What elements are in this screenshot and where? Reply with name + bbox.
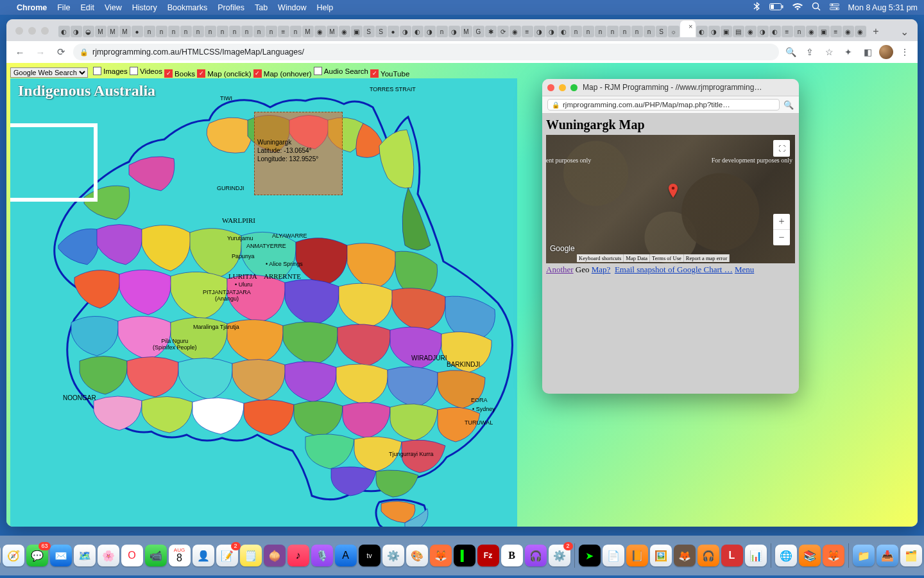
browser-tab[interactable]: ◑ <box>534 26 545 37</box>
browser-tab[interactable]: S <box>656 26 667 37</box>
browser-tab[interactable]: ◉ <box>843 26 854 37</box>
browser-tab[interactable]: n <box>229 26 241 37</box>
browser-tab[interactable]: ☼ <box>668 26 680 37</box>
dock-safari[interactable]: 🧭 <box>3 545 24 566</box>
browser-tab[interactable]: n <box>180 26 192 37</box>
address-bar[interactable]: 🔒 rjmprogramming.com.au/HTMLCSS/ImageMap… <box>73 44 779 60</box>
map-footer-report[interactable]: Report a map error <box>684 254 730 262</box>
browser-tab[interactable]: ◐ <box>58 26 70 37</box>
map-footer-data[interactable]: Map Data <box>624 254 650 262</box>
browser-tab[interactable]: ◐ <box>558 26 570 37</box>
browser-tab[interactable]: n <box>794 26 805 37</box>
menu-help[interactable]: Help <box>317 3 334 12</box>
dock-podcasts[interactable]: 🎙️ <box>311 545 333 566</box>
menu-file[interactable]: File <box>57 3 70 12</box>
popup-search-icon[interactable]: 🔍 <box>783 100 794 110</box>
menu-tab[interactable]: Tab <box>255 3 268 12</box>
dock-books[interactable]: 📚 <box>799 545 821 566</box>
dock-b-app[interactable]: B <box>501 545 523 566</box>
dock-preview[interactable]: 🖼️ <box>650 545 672 566</box>
browser-tab-active[interactable] <box>680 21 696 37</box>
wifi-icon[interactable] <box>792 3 803 12</box>
browser-tab[interactable]: ◑ <box>708 26 720 37</box>
app-menu[interactable]: Chrome <box>17 3 47 12</box>
browser-tab[interactable]: M <box>95 26 107 37</box>
browser-tab[interactable]: n <box>217 26 228 37</box>
browser-tab[interactable]: n <box>583 26 594 37</box>
back-button[interactable]: ← <box>12 44 28 60</box>
checkbox-map-onclick-[interactable]: Map (onclick) <box>197 69 251 78</box>
dock-tv[interactable]: tv <box>359 545 381 566</box>
browser-tab[interactable]: ▤ <box>733 26 744 37</box>
dock-launchpad[interactable]: ⊞ <box>0 545 1 566</box>
browser-tab[interactable]: ◉ <box>806 26 817 37</box>
browser-tab[interactable]: n <box>619 26 631 37</box>
menubar-clock[interactable]: Mon 8 Aug 5:31 pm <box>848 3 918 12</box>
zoom-icon[interactable]: 🔍 <box>783 44 798 60</box>
dock-audio[interactable]: 🎧 <box>697 545 719 566</box>
browser-tab[interactable]: M <box>107 26 119 37</box>
browser-tab[interactable]: ◐ <box>696 26 708 37</box>
indigenous-australia-map[interactable]: Indigenous Australia <box>10 78 517 527</box>
checkbox-audio-search[interactable]: Audio Search <box>314 67 368 75</box>
browser-tab[interactable]: n <box>436 26 448 37</box>
forward-button[interactable]: → <box>32 44 49 60</box>
zoom-out-button[interactable]: − <box>773 230 790 245</box>
bluetooth-icon[interactable] <box>753 2 760 13</box>
map-footer-terms[interactable]: Terms of Use <box>650 254 684 262</box>
dock-photos[interactable]: 🌸 <box>98 545 119 566</box>
browser-tab[interactable]: n <box>607 26 619 37</box>
dock-calendar[interactable]: AUG8 <box>169 545 191 566</box>
browser-tab[interactable]: ◉ <box>339 26 350 37</box>
menu-edit[interactable]: Edit <box>80 3 94 12</box>
extensions-icon[interactable]: ✦ <box>841 44 856 60</box>
browser-tab[interactable]: ≡ <box>522 26 533 37</box>
sidepanel-icon[interactable]: ◧ <box>860 44 875 60</box>
browser-tab[interactable]: ▣ <box>818 26 830 37</box>
checkbox-videos[interactable]: Videos <box>130 67 162 75</box>
checkbox-books[interactable]: Books <box>164 69 195 78</box>
popup-minimize-button[interactable] <box>559 84 566 91</box>
browser-tab[interactable]: ◑ <box>449 26 460 37</box>
dock-reminders[interactable]: 📝 <box>216 545 238 566</box>
dock-settings2[interactable]: ⚙️ <box>549 545 570 566</box>
browser-tab[interactable]: ◐ <box>769 26 781 37</box>
spotlight-icon[interactable] <box>812 2 821 13</box>
popup-close-button[interactable] <box>547 84 554 91</box>
dock-contacts[interactable]: 👤 <box>193 545 214 566</box>
dock-mail[interactable]: ✉️ <box>50 545 72 566</box>
dock-pages[interactable]: 📙 <box>626 545 648 566</box>
dock-l-app[interactable]: L <box>721 545 743 566</box>
minimize-window-button[interactable] <box>28 27 36 35</box>
menu-bookmarks[interactable]: Bookmarks <box>167 3 208 12</box>
dock-tor[interactable]: 🧅 <box>264 545 286 566</box>
dock-textedit[interactable]: 📄 <box>603 545 624 566</box>
browser-tab[interactable]: ◑ <box>546 26 558 37</box>
browser-tab[interactable]: ◐ <box>412 26 424 37</box>
link-menu[interactable]: Menu <box>735 265 754 274</box>
profile-avatar[interactable] <box>879 45 893 59</box>
browser-tab[interactable]: n <box>205 26 216 37</box>
browser-tab[interactable]: n <box>144 26 155 37</box>
dock-downloads[interactable]: 📥 <box>877 545 898 566</box>
checkbox-images[interactable]: Images <box>93 67 128 75</box>
browser-tab[interactable]: S <box>363 26 375 37</box>
link-email-snapshot[interactable]: Email snapshot of Google Chart … <box>615 265 733 274</box>
dock-filezilla[interactable]: Fz <box>477 545 499 566</box>
dock-palette[interactable]: 🎨 <box>406 545 428 566</box>
battery-icon[interactable] <box>769 3 783 12</box>
browser-tab[interactable]: n <box>290 26 302 37</box>
popup-url-box[interactable]: 🔒 rjmprogramming.com.au/PHP/Map/map.php?… <box>547 99 780 110</box>
dock-opera[interactable]: O <box>121 545 143 566</box>
map-footer-shortcuts[interactable]: Keyboard shortcuts <box>577 254 624 262</box>
menu-history[interactable]: History <box>132 3 157 12</box>
bookmark-star-icon[interactable]: ☆ <box>821 44 837 60</box>
menu-window[interactable]: Window <box>278 3 306 12</box>
dock-music[interactable]: ♪ <box>287 545 309 566</box>
checkbox-map-onhover-[interactable]: Map (onhover) <box>253 69 312 78</box>
dock-maps[interactable]: 🗺️ <box>74 545 96 566</box>
browser-tab[interactable]: ≡ <box>830 26 842 37</box>
close-window-button[interactable] <box>15 27 23 35</box>
browser-tab[interactable]: ◉ <box>314 26 326 37</box>
dock-chrome[interactable]: 🌐 <box>775 545 797 566</box>
